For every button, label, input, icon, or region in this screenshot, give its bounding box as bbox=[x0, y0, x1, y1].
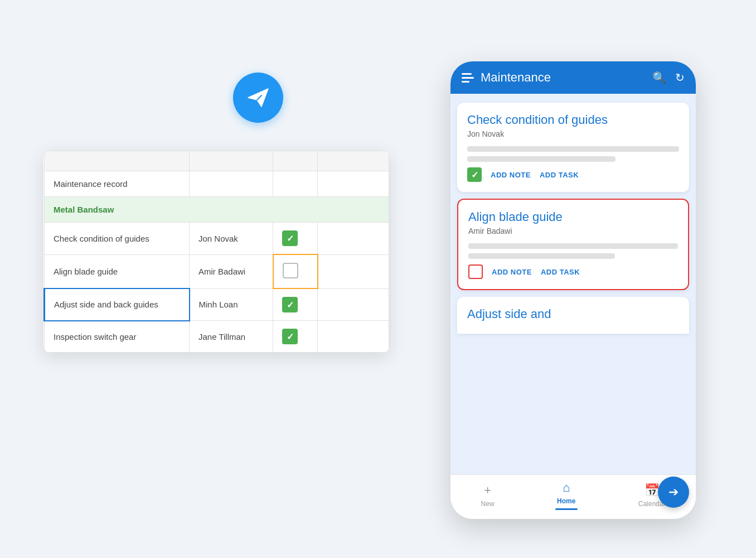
skeleton-1b bbox=[467, 156, 616, 162]
phone-content: Check condition of guides Jon Novak ADD … bbox=[450, 94, 696, 474]
task-cell-4: Inspection switch gear bbox=[45, 321, 190, 353]
card-2-footer: ADD NOTE ADD TASK bbox=[468, 264, 678, 279]
mobile-phone: Maintenance 🔍 ↻ Check condition of guide… bbox=[450, 61, 696, 519]
card-1-checkbox[interactable] bbox=[467, 167, 482, 182]
col-header-check bbox=[273, 151, 318, 171]
card-1-footer: ADD NOTE ADD TASK bbox=[467, 167, 679, 182]
table-row: Align blade guide Amir Badawi bbox=[45, 254, 389, 288]
nav-home-label: Home bbox=[557, 497, 575, 505]
nav-item-new[interactable]: + New bbox=[481, 483, 495, 508]
task-cell-3: Adjust side and back guides bbox=[45, 288, 190, 321]
col-header-person bbox=[190, 151, 273, 171]
topbar-right: 🔍 ↻ bbox=[652, 71, 685, 84]
fab-icon: ➔ bbox=[668, 485, 679, 499]
card-2-title: Align blade guide bbox=[468, 210, 678, 224]
task-card-3-partial: Adjust side and bbox=[457, 297, 689, 334]
fab-button[interactable]: ➔ bbox=[658, 477, 689, 508]
task-card-1[interactable]: Check condition of guides Jon Novak ADD … bbox=[457, 103, 689, 192]
topbar-left: Maintenance bbox=[462, 70, 551, 85]
task-cell-2: Align blade guide bbox=[45, 254, 190, 288]
search-icon[interactable]: 🔍 bbox=[652, 71, 666, 84]
nav-item-home[interactable]: ⌂ Home bbox=[555, 480, 578, 510]
table-row: Adjust side and back guides Minh Loan bbox=[45, 288, 389, 321]
card-2-checkbox[interactable] bbox=[468, 264, 483, 279]
card-2-person: Amir Badawi bbox=[468, 227, 678, 235]
nav-new-label: New bbox=[481, 500, 495, 508]
hamburger-icon[interactable] bbox=[462, 73, 474, 83]
card-1-title: Check condition of guides bbox=[467, 113, 679, 127]
check-cell-3 bbox=[273, 288, 318, 321]
person-cell-2: Amir Badawi bbox=[190, 254, 273, 288]
card-3-title: Adjust side and bbox=[467, 307, 679, 321]
phone-title: Maintenance bbox=[481, 70, 551, 85]
extra-cell-2 bbox=[318, 254, 389, 288]
task-cell-1: Check condition of guides bbox=[45, 223, 190, 255]
card-1-add-task[interactable]: ADD TASK bbox=[540, 171, 579, 179]
skeleton-2b bbox=[468, 253, 615, 259]
check-green-icon-3 bbox=[282, 297, 298, 312]
section-header-label: Metal Bandsaw bbox=[45, 197, 389, 223]
table-row: Inspection switch gear Jane Tillman bbox=[45, 321, 389, 353]
col-header-extra bbox=[318, 151, 389, 171]
check-cell-4 bbox=[273, 321, 318, 353]
nav-calendar-icon: 📅 bbox=[644, 483, 660, 498]
extra-cell-1 bbox=[318, 223, 389, 255]
section-header-row: Metal Bandsaw bbox=[45, 197, 389, 223]
person-cell-3: Minh Loan bbox=[190, 288, 273, 321]
maintenance-record-val1 bbox=[190, 171, 273, 197]
card-2-add-note[interactable]: ADD NOTE bbox=[492, 268, 532, 276]
extra-cell-3 bbox=[318, 288, 389, 321]
card-2-add-task[interactable]: ADD TASK bbox=[541, 268, 580, 276]
check-cell-2 bbox=[273, 254, 318, 288]
check-empty-icon-2 bbox=[283, 263, 298, 278]
card-1-add-note[interactable]: ADD NOTE bbox=[491, 171, 531, 179]
check-green-icon-1 bbox=[282, 230, 298, 246]
col-header-task bbox=[45, 151, 190, 171]
paper-plane-logo bbox=[233, 73, 283, 123]
nav-indicator bbox=[555, 508, 578, 510]
card-1-person: Jon Novak bbox=[467, 129, 679, 138]
table-row: Check condition of guides Jon Novak bbox=[45, 223, 389, 255]
task-card-2[interactable]: Align blade guide Amir Badawi ADD NOTE A… bbox=[457, 199, 689, 290]
maintenance-record-val3 bbox=[318, 171, 389, 197]
spreadsheet-panel: Maintenance record Metal Bandsaw Check c… bbox=[43, 151, 389, 353]
check-cell-1 bbox=[273, 223, 318, 255]
skeleton-2a bbox=[468, 243, 678, 249]
maintenance-record-val2 bbox=[273, 171, 318, 197]
maintenance-record-label: Maintenance record bbox=[45, 171, 190, 197]
refresh-icon[interactable]: ↻ bbox=[675, 71, 685, 84]
person-cell-1: Jon Novak bbox=[190, 223, 273, 255]
person-cell-4: Jane Tillman bbox=[190, 321, 273, 353]
skeleton-1a bbox=[467, 146, 679, 152]
nav-home-icon: ⌂ bbox=[563, 480, 570, 495]
extra-cell-4 bbox=[318, 321, 389, 353]
phone-topbar: Maintenance 🔍 ↻ bbox=[450, 61, 696, 94]
maintenance-record-row: Maintenance record bbox=[45, 171, 389, 197]
check-green-icon-4 bbox=[282, 329, 298, 344]
nav-new-icon: + bbox=[484, 483, 491, 498]
